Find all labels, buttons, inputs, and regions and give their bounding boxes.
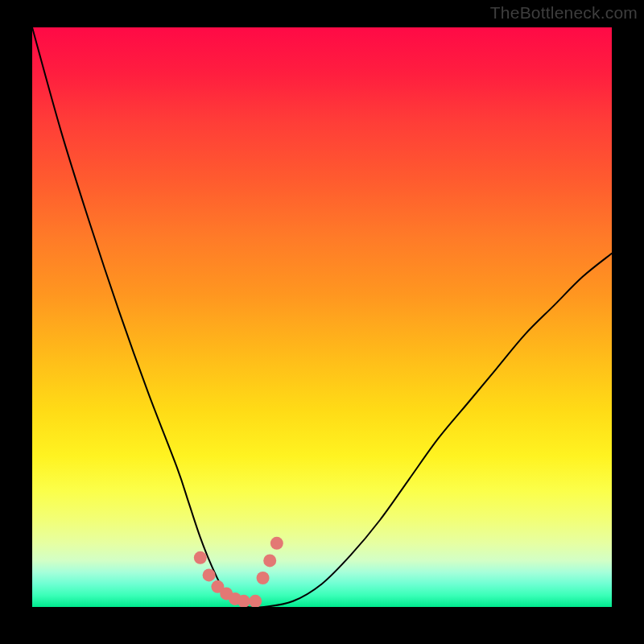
marker-dot bbox=[263, 554, 276, 567]
bottleneck-curve bbox=[32, 27, 612, 607]
chart-frame: TheBottleneck.com bbox=[0, 0, 644, 644]
marker-dot bbox=[257, 572, 270, 584]
marker-dot bbox=[270, 537, 283, 550]
watermark-text: TheBottleneck.com bbox=[490, 3, 638, 23]
curve-markers bbox=[194, 537, 283, 607]
marker-dot bbox=[203, 568, 216, 581]
plot-area bbox=[32, 27, 612, 607]
curve-svg bbox=[32, 27, 612, 607]
marker-dot bbox=[194, 551, 207, 564]
marker-dot bbox=[249, 595, 262, 607]
